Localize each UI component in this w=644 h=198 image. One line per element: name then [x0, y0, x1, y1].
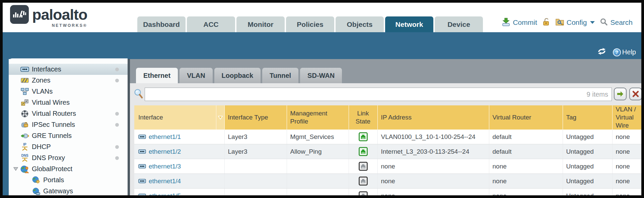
globalprotect-icon — [20, 165, 29, 173]
sidebar-item-zones[interactable]: Zones — [9, 75, 128, 86]
cell-interface: ethernet1/2 — [134, 144, 224, 159]
sidebar-item-virtual-wires[interactable]: Virtual Wires — [9, 97, 128, 108]
interface-link[interactable]: ethernet1/3 — [138, 163, 221, 170]
tab-policies[interactable]: Policies — [286, 16, 334, 32]
sidebar-item-globalprotect[interactable]: GlobalProtect — [9, 163, 128, 175]
help-label: Help — [622, 48, 636, 56]
tab-acc[interactable]: ACC — [187, 16, 235, 32]
help-link[interactable]: ? Help — [613, 48, 636, 56]
secondary-bar-actions: ? Help — [597, 47, 636, 57]
sidebar-item-virtual-routers[interactable]: Virtual Routers — [9, 108, 128, 119]
cell-interface: ethernet1/1 — [134, 130, 224, 144]
column-header-interface[interactable]: Interface — [134, 105, 224, 130]
interface-icon — [138, 178, 146, 185]
interface-icon — [138, 148, 146, 155]
interface-icon — [138, 163, 146, 170]
apply-filter-button[interactable] — [614, 88, 627, 100]
sort-dropdown-icon[interactable] — [216, 105, 224, 130]
status-dot — [115, 67, 119, 71]
column-header-link-state[interactable]: Link State — [349, 105, 377, 130]
search-icon — [600, 18, 608, 28]
subtab-sdwan[interactable]: SD-WAN — [300, 68, 342, 83]
cell-tag: Untagged — [563, 159, 612, 174]
cell-link-state — [349, 130, 377, 144]
interface-link[interactable]: ethernet1/4 — [138, 178, 221, 185]
clear-filter-button[interactable] — [629, 88, 641, 100]
tab-monitor[interactable]: Monitor — [236, 16, 285, 32]
sidebar-item-label: Zones — [32, 77, 51, 84]
interface-icon — [138, 133, 146, 141]
column-header-ip-address[interactable]: IP Address — [377, 105, 489, 130]
tab-objects[interactable]: Objects — [336, 16, 384, 32]
filter-input[interactable] — [145, 88, 612, 101]
subtab-ethernet[interactable]: Ethernet — [136, 68, 178, 83]
commit-button[interactable]: Commit — [502, 17, 537, 28]
sidebar-item-ipsec-tunnels[interactable]: IPSec Tunnels — [9, 119, 128, 130]
subtab-vlan[interactable]: VLAN — [180, 68, 212, 83]
cell-link-state — [349, 159, 377, 174]
items-count: 9 items — [587, 91, 608, 98]
tab-dashboard[interactable]: Dashboard — [137, 16, 186, 32]
interface-name: ethernet1/4 — [149, 178, 181, 185]
cell-ip-address: none — [377, 159, 489, 174]
commit-label: Commit — [513, 18, 537, 27]
cell-ip-address: none — [377, 189, 489, 196]
interface-link[interactable]: ethernet1/5 — [138, 192, 221, 196]
status-dot — [115, 156, 119, 160]
interface-link[interactable]: ethernet1/1 — [138, 133, 221, 141]
column-header-interface-type[interactable]: Interface Type — [224, 105, 287, 130]
paloalto-logo-icon — [10, 5, 29, 28]
sidebar-item-portals[interactable]: Portals — [9, 175, 128, 186]
brand-logo: paloalto NETWORKS® — [10, 5, 87, 28]
status-dot — [115, 79, 119, 82]
sidebar-item-gateways[interactable]: Gateways — [9, 186, 128, 195]
interfaces-icon — [20, 67, 29, 72]
cell-interface: ethernet1/3 — [134, 159, 224, 174]
column-header-virtual-router[interactable]: Virtual Router — [489, 105, 563, 130]
sidebar-item-gre-tunnels[interactable]: GRE Tunnels — [9, 130, 128, 141]
sidebar-item-label: Virtual Routers — [32, 110, 76, 117]
subtab-tunnel[interactable]: Tunnel — [262, 68, 298, 83]
link-state-up-icon — [359, 147, 368, 156]
cell-interface-type — [224, 174, 287, 189]
cell-vlan: none — [612, 159, 641, 174]
cell-tag: Untagged — [563, 144, 612, 159]
cell-ip-address: none — [377, 174, 489, 189]
cell-interface-type: Layer3 — [224, 130, 287, 144]
tab-network[interactable]: Network — [385, 16, 433, 32]
subtab-loopback[interactable]: Loopback — [214, 68, 261, 83]
column-header-management-profile[interactable]: Management Profile — [287, 105, 349, 130]
top-bar: paloalto NETWORKS® Dashboard ACC Monitor… — [3, 3, 641, 32]
expand-triangle-icon[interactable] — [11, 167, 20, 171]
column-header-vlan-virtual-wire[interactable]: VLAN / Virtual Wire — [612, 105, 641, 130]
sidebar-divider[interactable] — [128, 59, 130, 195]
secondary-bar: ? Help — [3, 32, 641, 59]
search-button[interactable]: Search — [600, 18, 633, 28]
table-header-row: Interface Interface Type Management Prof… — [134, 105, 641, 130]
gre-tunnels-icon — [20, 133, 29, 139]
config-menu-button[interactable]: Config — [555, 18, 595, 28]
cell-tag: Untagged — [563, 189, 612, 196]
refresh-icon[interactable] — [597, 47, 607, 57]
sidebar-item-label: IPSec Tunnels — [32, 121, 75, 129]
filter-bar: 9 items — [130, 83, 641, 105]
interface-link[interactable]: ethernet1/2 — [138, 148, 221, 155]
sidebar-item-vlans[interactable]: VLANs — [9, 86, 128, 97]
dns-proxy-icon: DNS — [20, 154, 29, 162]
table-row: ethernet1/1 Layer3 Mgmt_Services VLAN010… — [134, 130, 641, 144]
sidebar-item-interfaces[interactable]: Interfaces — [9, 64, 128, 75]
cell-interface-type — [224, 189, 287, 196]
sidebar-item-dhcp[interactable]: IP DHCP — [9, 141, 128, 152]
sidebar-item-dns-proxy[interactable]: DNS DNS Proxy — [9, 152, 128, 163]
cell-interface: ethernet1/4 — [134, 174, 224, 189]
column-header-tag[interactable]: Tag — [563, 105, 612, 130]
dhcp-icon: IP — [20, 143, 29, 151]
cell-virtual-router: default — [489, 144, 563, 159]
cell-ip-address: VLAN0100_L3_10-1-100-254--24 — [377, 130, 489, 144]
app-window: paloalto NETWORKS® Dashboard ACC Monitor… — [3, 3, 641, 195]
filter-search-icon — [134, 89, 143, 100]
tab-device[interactable]: Device — [435, 16, 483, 32]
lock-icon[interactable] — [542, 17, 550, 28]
virtual-wires-icon — [20, 99, 29, 106]
cell-tag: Untagged — [563, 174, 612, 189]
